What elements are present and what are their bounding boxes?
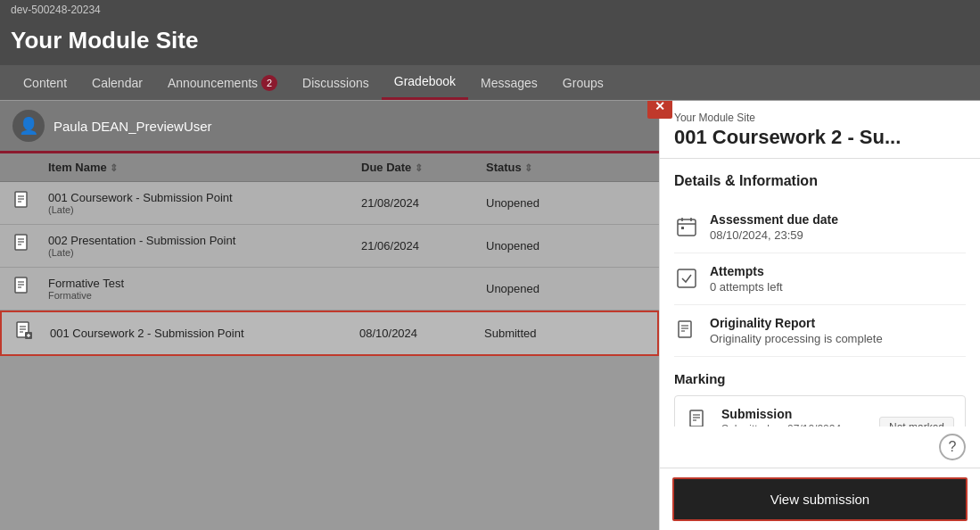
marking-icon [686,407,711,426]
view-submission-button[interactable]: View submission [672,477,968,521]
attempts-text: Attempts 0 attempts left [710,264,783,294]
row-status: Unopened [486,239,593,253]
table-header: Item Name ⇕ Due Date ⇕ Status ⇕ [0,153,659,182]
row-title: 001 Coursework - Submission Point [48,191,361,204]
user-name: Paula DEAN_PreviewUser [54,119,212,134]
help-icon[interactable]: ? [939,434,966,460]
col-status[interactable]: Status ⇕ [486,161,593,174]
assessment-due-date-value: 08/10/2024, 23:59 [710,228,838,242]
row-icon [12,191,48,215]
calendar-icon [674,214,699,239]
submission-label: Submission [721,407,869,421]
help-area: ? [660,426,980,468]
nav-item-calendar[interactable]: Calendar [79,67,155,99]
col-item-name[interactable]: Item Name ⇕ [48,161,361,174]
sort-date-icon: ⇕ [415,162,423,173]
nav-item-groups[interactable]: Groups [550,67,616,99]
row-icon [12,277,48,301]
panel-content: Details & Information Assessment due dat… [660,159,980,426]
svg-rect-25 [679,321,691,337]
row-status: Submitted [484,327,591,340]
panel-header: ✕ Your Module Site 001 Coursework 2 - Su… [660,101,980,159]
table-row[interactable]: Formative Test Formative Unopened [0,268,659,311]
originality-value: Originality processing is complete [710,332,883,345]
sort-status-icon: ⇕ [524,162,532,173]
marking-title: Marking [674,371,966,386]
gradebook-table: Item Name ⇕ Due Date ⇕ Status ⇕ [0,153,659,356]
not-marked-badge: Not marked [879,417,954,426]
row-icon [14,321,50,345]
nav-item-announcements[interactable]: Announcements 2 [155,66,290,100]
assessment-due-date-item: Assessment due date 08/10/2024, 23:59 [674,202,966,253]
row-due-date: 08/10/2024 [359,327,484,340]
row-title: 002 Presentation - Submission Point [48,234,361,247]
row-subtitle: (Late) [48,204,361,215]
attempts-label: Attempts [710,264,783,278]
main-area: 👤 Paula DEAN_PreviewUser Item Name ⇕ Due… [0,101,980,530]
col-due-date[interactable]: Due Date ⇕ [361,161,486,174]
table-row-highlighted[interactable]: 001 Coursework 2 - Submission Point 08/1… [0,311,659,356]
row-due-date: 21/06/2024 [361,239,486,253]
sort-item-icon: ⇕ [110,162,118,173]
announcements-badge: 2 [261,75,277,91]
assessment-due-date-text: Assessment due date 08/10/2024, 23:59 [710,212,838,242]
row-subtitle: Formative [48,290,361,301]
left-panel: 👤 Paula DEAN_PreviewUser Item Name ⇕ Due… [0,101,659,530]
row-status: Unopened [486,196,593,210]
col-extra [593,161,646,174]
assessment-due-date-label: Assessment due date [710,212,838,227]
marking-info: Submission Submitted on 07/10/2024, 21:1… [721,407,869,426]
top-bar: dev-500248-20234 [0,0,980,20]
attempts-value: 0 attempts left [710,280,783,294]
row-subtitle: (Late) [48,247,361,258]
row-due-date: 21/08/2024 [361,196,486,210]
attempts-icon [674,266,699,291]
row-title: Formative Test [48,277,361,290]
marking-section: Marking Submission Submitted on 07/10/20… [674,371,966,426]
panel-site-name: Your Module Site [674,112,966,124]
user-bar: 👤 Paula DEAN_PreviewUser [0,101,659,153]
table-row[interactable]: 002 Presentation - Submission Point (Lat… [0,225,659,268]
marking-card: Submission Submitted on 07/10/2024, 21:1… [674,395,966,426]
row-icon [12,234,48,258]
main-nav: Content Calendar Announcements 2 Discuss… [0,65,980,101]
details-section-title: Details & Information [674,173,966,189]
originality-label: Originality Report [710,316,883,330]
attempts-item: Attempts 0 attempts left [674,253,966,305]
svg-rect-23 [681,227,684,229]
svg-rect-24 [678,269,696,287]
nav-item-discussions[interactable]: Discussions [290,67,382,99]
avatar: 👤 [12,110,45,142]
col-icon [12,161,48,174]
right-panel: ✕ Your Module Site 001 Coursework 2 - Su… [659,101,980,530]
site-id: dev-500248-20234 [11,4,101,16]
nav-item-gradebook[interactable]: Gradebook [382,65,468,100]
originality-icon [674,318,699,343]
svg-rect-29 [690,410,703,426]
site-title: Your Module Site [11,27,969,54]
view-submission-area: View submission [660,468,980,530]
row-status: Unopened [486,282,593,295]
close-button[interactable]: ✕ [647,101,672,119]
table-row[interactable]: 001 Coursework - Submission Point (Late)… [0,182,659,225]
nav-item-content[interactable]: Content [11,67,79,99]
nav-item-messages[interactable]: Messages [468,67,550,99]
panel-title: 001 Coursework 2 - Su... [674,126,966,149]
site-header: Your Module Site [0,20,980,65]
originality-text: Originality Report Originality processin… [710,316,883,345]
originality-item: Originality Report Originality processin… [674,305,966,357]
svg-rect-19 [678,219,696,236]
row-title: 001 Coursework 2 - Submission Point [50,327,359,340]
